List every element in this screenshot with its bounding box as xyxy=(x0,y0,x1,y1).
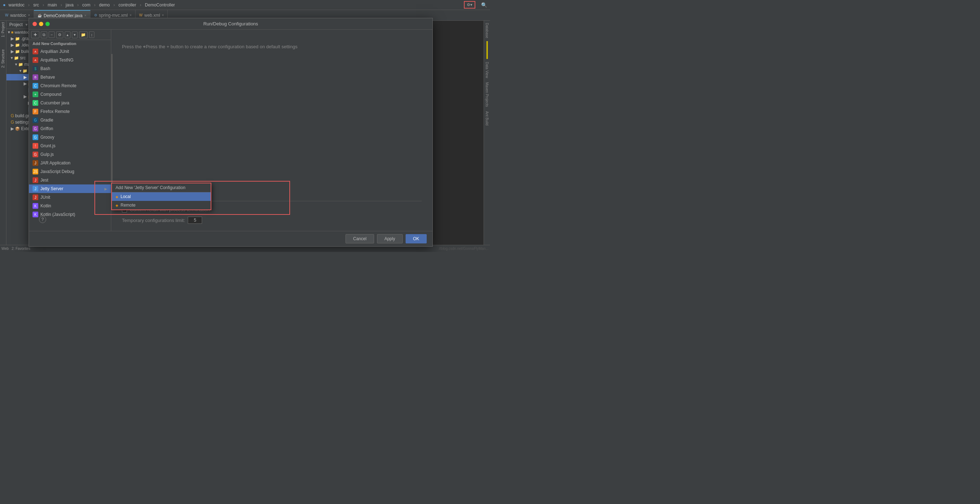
chromium-icon: C xyxy=(33,83,38,89)
dialog-maximize-button[interactable] xyxy=(45,22,50,26)
config-list: Add New Configuration A Arquillian JUnit… xyxy=(29,40,111,218)
griffon-label: Griffon xyxy=(40,126,53,131)
tab-democontroller-close[interactable]: × xyxy=(84,14,87,17)
tab-webxml-close[interactable]: × xyxy=(162,13,164,17)
config-junit[interactable]: J JUnit xyxy=(29,193,111,201)
compound-icon: + xyxy=(33,92,38,97)
behave-icon: B xyxy=(33,74,38,80)
config-arquillian-junit[interactable]: A Arquillian JUnit xyxy=(29,47,111,56)
structure-tab[interactable]: 2: Structure xyxy=(1,49,5,68)
config-behave[interactable]: B Behave xyxy=(29,73,111,81)
config-gulp[interactable]: G Gulp.js xyxy=(29,150,111,159)
bottom-web-tab[interactable]: Web xyxy=(2,247,9,250)
breadcrumb-java[interactable]: java xyxy=(66,3,74,8)
dialog-title: Run/Debug Configurations xyxy=(203,21,258,27)
cancel-button[interactable]: Cancel xyxy=(345,234,374,243)
config-compound[interactable]: + Compound xyxy=(29,90,111,99)
config-chromium-remote[interactable]: C Chromium Remote xyxy=(29,81,111,90)
config-jar[interactable]: J JAR Application xyxy=(29,159,111,167)
apply-button[interactable]: Apply xyxy=(377,234,403,243)
gulp-label: Gulp.js xyxy=(40,152,54,157)
tree-root-icon: ■ xyxy=(11,30,14,34)
ok-button[interactable]: OK xyxy=(406,234,427,243)
config-jetty[interactable]: J Jetty Server ▶ xyxy=(29,184,111,193)
jetty-label: Jetty Server xyxy=(40,186,63,191)
add-new-config-label: Add New Configuration xyxy=(33,41,76,46)
tree-gradle-icon: 📁 xyxy=(15,36,20,41)
arquillian-testng-label: Arquillian TestNG xyxy=(40,57,73,63)
submenu-remote[interactable]: ◈ Remote xyxy=(112,201,211,209)
cucumber-label: Cucumber java xyxy=(40,100,69,105)
breadcrumb-demo[interactable]: demo xyxy=(99,3,110,8)
config-kotlin[interactable]: K Kotlin xyxy=(29,201,111,210)
folder-config-button[interactable]: 📁 xyxy=(79,32,88,38)
arrow-down-button[interactable]: ▾ xyxy=(72,32,78,38)
breadcrumb-com[interactable]: com xyxy=(82,3,91,8)
copy-config-button[interactable]: ⧉ xyxy=(41,32,47,38)
settings-config-button[interactable]: ⚙ xyxy=(56,32,63,38)
dialog-minimize-button[interactable] xyxy=(39,22,43,26)
config-gradle[interactable]: G Gradle xyxy=(29,116,111,124)
tree-idea-icon: 📁 xyxy=(15,43,20,48)
kotlin-js-icon: K xyxy=(33,212,38,217)
tree-src-icon: 📁 xyxy=(14,56,19,60)
breadcrumb-democontroller[interactable]: DemoController xyxy=(145,3,175,8)
add-config-button[interactable]: + xyxy=(31,31,39,38)
help-button[interactable]: ? xyxy=(39,216,46,223)
config-grunt[interactable]: ! Grunt.js xyxy=(29,141,111,150)
breadcrumb-main[interactable]: main xyxy=(48,3,57,8)
tree-java-icon: 📁 xyxy=(22,69,27,73)
tree-src-label: src xyxy=(20,55,26,60)
config-firefox[interactable]: F Firefox Remote xyxy=(29,107,111,116)
breadcrumb-src[interactable]: src xyxy=(33,3,39,8)
jsdebug-label: JavaScript Debug xyxy=(40,169,75,174)
dataview-tab[interactable]: Data View xyxy=(484,60,490,80)
tree-main-arrow: ▾ xyxy=(15,62,17,67)
config-arquillian-testng[interactable]: A Arquillian TestNG xyxy=(29,56,111,64)
config-jsdebug[interactable]: JS JavaScript Debug xyxy=(29,167,111,176)
jest-icon: J xyxy=(33,177,38,183)
tree-idea-arrow: ▶ xyxy=(11,43,14,48)
database-tab[interactable]: Database xyxy=(484,21,490,40)
griffon-icon: G xyxy=(33,126,38,132)
bottom-favorites-tab[interactable]: 2: Favorites xyxy=(11,247,30,250)
remote-icon: ◈ xyxy=(116,203,118,207)
config-bash[interactable]: $ Bash xyxy=(29,64,111,73)
junit-icon: J xyxy=(33,195,38,200)
breadcrumb-controller[interactable]: controller xyxy=(118,3,136,8)
detail-hint: Press the +Press the + button to create … xyxy=(122,44,422,49)
maven-tab[interactable]: Maven Projects xyxy=(484,80,490,109)
toolbar-search-icon[interactable]: 🔍 xyxy=(481,2,487,8)
temp-limit-label: Temporary configurations limit: xyxy=(122,218,185,223)
chromium-label: Chromium Remote xyxy=(40,83,76,88)
dialog-titlebar: Run/Debug Configurations xyxy=(29,18,433,30)
config-jest[interactable]: J Jest xyxy=(29,176,111,184)
tree-build-icon: 📁 xyxy=(15,49,20,54)
resize-handle[interactable] xyxy=(111,54,113,197)
config-groovy[interactable]: G Groovy xyxy=(29,133,111,141)
tree-settingsgra-icon: G xyxy=(11,120,14,125)
submenu-local[interactable]: ◈ Local xyxy=(112,192,211,201)
config-cucumber[interactable]: C Cucumber java xyxy=(29,99,111,107)
temp-limit-input[interactable] xyxy=(188,217,202,224)
arrow-up-button[interactable]: ▴ xyxy=(65,32,70,38)
delete-config-button[interactable]: − xyxy=(49,32,54,38)
tree-root-arrow: ▾ xyxy=(8,30,10,35)
jetty-icon: J xyxy=(33,186,38,192)
sort-config-button[interactable]: ↕ xyxy=(89,32,95,38)
local-icon: ◈ xyxy=(116,195,118,199)
gradle-icon: G xyxy=(33,117,38,123)
remote-label: Remote xyxy=(121,203,135,208)
tab-wantdoc-icon: W xyxy=(5,13,8,17)
breadcrumb-wantdoc[interactable]: wantdoc xyxy=(9,3,25,8)
tab-springmvc-close[interactable]: × xyxy=(129,13,132,17)
config-griffon[interactable]: G Griffon xyxy=(29,124,111,133)
ant-tab[interactable]: Ant Build xyxy=(484,109,490,128)
hint-prefix: Press the xyxy=(122,44,143,49)
add-new-config-header[interactable]: Add New Configuration xyxy=(29,40,111,47)
kotlin-js-label: Kotlin (JavaScript) xyxy=(40,212,75,217)
dialog-close-button[interactable] xyxy=(33,22,37,26)
tab-wantdoc-close[interactable]: × xyxy=(28,13,30,17)
project-tab[interactable]: 1: Project xyxy=(1,22,5,37)
tab-wantdoc-label: wantdoc xyxy=(10,13,26,18)
